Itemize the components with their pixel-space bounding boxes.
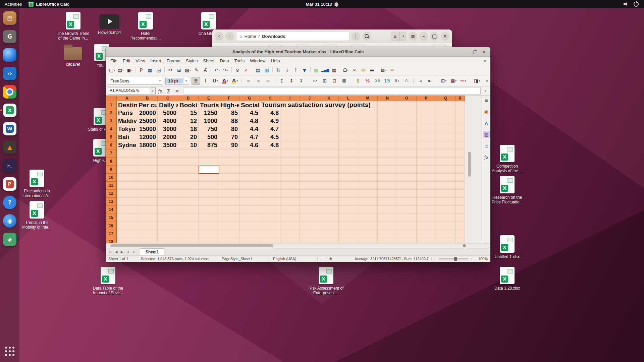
cell-P11[interactable]	[417, 182, 436, 190]
cell-E11[interactable]	[199, 182, 219, 190]
cell-D16[interactable]	[178, 222, 199, 230]
align-right-button[interactable]: ≡	[264, 77, 272, 85]
cell-P9[interactable]	[417, 166, 436, 174]
cell-O6[interactable]	[397, 141, 417, 149]
cell-L13[interactable]	[339, 198, 358, 206]
files-close-button[interactable]: ×	[441, 32, 449, 41]
zoom-slider[interactable]	[438, 258, 469, 259]
desktop-icon-risk-assessment-xlsx[interactable]: Risk Assessment of Enterprises' ...	[308, 267, 344, 295]
focused-app-menu[interactable]: LibreOffice Calc	[29, 2, 69, 7]
cell-A2[interactable]: Paris	[117, 109, 137, 117]
cell-N14[interactable]	[378, 206, 397, 214]
cell-M5[interactable]	[358, 133, 378, 141]
cell-Q17[interactable]	[436, 230, 455, 238]
more-options-button[interactable]: ⋮	[352, 32, 360, 41]
cell-P1[interactable]	[417, 101, 436, 109]
cell-G5[interactable]: 4.7	[239, 133, 260, 141]
cell-K12[interactable]	[319, 190, 339, 198]
cell-N10[interactable]	[378, 174, 397, 182]
cell-O5[interactable]	[397, 133, 417, 141]
special-character-button[interactable]: Ω▾	[341, 66, 350, 74]
dropdown-arrow-icon[interactable]: ▾	[479, 79, 480, 82]
cell-F18[interactable]	[219, 238, 239, 243]
cell-H4[interactable]: 4.7	[260, 125, 280, 133]
cell-C11[interactable]	[158, 182, 178, 190]
cell-L17[interactable]	[339, 230, 358, 238]
cell-L12[interactable]	[339, 190, 358, 198]
dock-item-vscode[interactable]: ‹›	[2, 66, 17, 81]
cell-J7[interactable]	[300, 149, 319, 158]
hyperlink-button[interactable]: ∞	[350, 66, 359, 74]
desktop-icon-data-328-xlsx[interactable]: Data 3.28.xlsx	[489, 267, 526, 291]
cell-E10[interactable]	[199, 174, 219, 182]
cell-I18[interactable]	[280, 238, 300, 243]
cell-M6[interactable]	[358, 141, 378, 149]
cell-R8[interactable]	[455, 158, 465, 166]
cell-Q12[interactable]	[436, 190, 455, 198]
copy-button[interactable]: ⊞	[175, 66, 183, 74]
cell-A4[interactable]: Tokyo	[117, 125, 137, 133]
delete-decimal-button[interactable]: .0-	[402, 77, 411, 85]
dropdown-arrow-icon[interactable]: ▾	[114, 69, 115, 72]
menu-styles[interactable]: Styles	[183, 57, 200, 65]
cell-G15[interactable]	[239, 214, 260, 222]
cell-L18[interactable]	[339, 238, 358, 243]
cell-B8[interactable]	[137, 158, 158, 166]
cell-D4[interactable]: 18	[178, 125, 199, 133]
cell-E5[interactable]: 500	[199, 133, 219, 141]
row-header-18[interactable]: 18	[106, 238, 117, 243]
font-size-combo[interactable]: 18 pt ▾	[165, 77, 189, 85]
dropdown-arrow-icon[interactable]: ▾	[217, 79, 218, 82]
cell-J16[interactable]	[300, 222, 319, 230]
row-header-8[interactable]: 8	[106, 158, 117, 166]
sort-button[interactable]: ⇅	[274, 66, 283, 74]
menu-format[interactable]: Format	[164, 57, 183, 65]
cell-I7[interactable]	[280, 149, 300, 158]
row-header-17[interactable]: 17	[106, 230, 117, 238]
row-header-4[interactable]: 4	[106, 125, 117, 133]
cell-C13[interactable]	[158, 198, 178, 206]
menu-tools[interactable]: Tools	[232, 57, 247, 65]
cell-K10[interactable]	[319, 174, 339, 182]
view-options-arrow-icon[interactable]: ▾	[399, 32, 407, 41]
status-page-style[interactable]: PageStyle_Sheet1	[219, 257, 270, 261]
cell-A7[interactable]	[117, 149, 137, 158]
align-bottom-button[interactable]: ↧	[297, 77, 306, 85]
cell-P10[interactable]	[417, 174, 436, 182]
cell-P12[interactable]	[417, 190, 436, 198]
cell-H18[interactable]	[260, 238, 280, 243]
cell-G1[interactable]: Social	[239, 101, 260, 109]
decrease-indent-button[interactable]: ⇤	[426, 77, 434, 85]
cell-N4[interactable]	[378, 125, 397, 133]
row-header-16[interactable]: 16	[106, 222, 117, 230]
cell-G11[interactable]	[239, 182, 260, 190]
new-button[interactable]: ▢▾	[108, 66, 116, 74]
cell-O15[interactable]	[397, 214, 417, 222]
row-header-3[interactable]: 3	[106, 117, 117, 125]
wrap-text-button[interactable]: ↩	[311, 77, 319, 85]
cell-O7[interactable]	[397, 149, 417, 158]
cell-L16[interactable]	[339, 222, 358, 230]
pivot-table-button[interactable]: ▦	[330, 66, 338, 74]
formula-input[interactable]	[183, 87, 481, 95]
cell-R12[interactable]	[455, 190, 465, 198]
cell-A3[interactable]: Maldiv	[117, 117, 137, 125]
cell-I2[interactable]	[280, 109, 300, 117]
insert-image-button[interactable]: ▨	[312, 66, 321, 74]
cell-C17[interactable]	[158, 230, 178, 238]
desktop-icon-fluctuations-xlsx[interactable]: Fluctuations in International A...	[18, 170, 55, 198]
cell-I14[interactable]	[280, 206, 300, 214]
cell-H2[interactable]: 4.8	[260, 109, 280, 117]
cell-D17[interactable]	[178, 230, 199, 238]
cell-Q15[interactable]	[436, 214, 455, 222]
cell-J11[interactable]	[300, 182, 319, 190]
cell-M2[interactable]	[358, 109, 378, 117]
column-header-I[interactable]: I	[280, 96, 300, 101]
cell-G4[interactable]: 4.4	[239, 125, 260, 133]
cell-P2[interactable]	[417, 109, 436, 117]
column-header-J[interactable]: J	[300, 96, 319, 101]
cell-J17[interactable]	[300, 230, 319, 238]
clock-menu[interactable]: Mar 31 10:13	[306, 2, 338, 7]
cell-E2[interactable]: 1250	[199, 109, 219, 117]
cell-F8[interactable]	[219, 158, 239, 166]
